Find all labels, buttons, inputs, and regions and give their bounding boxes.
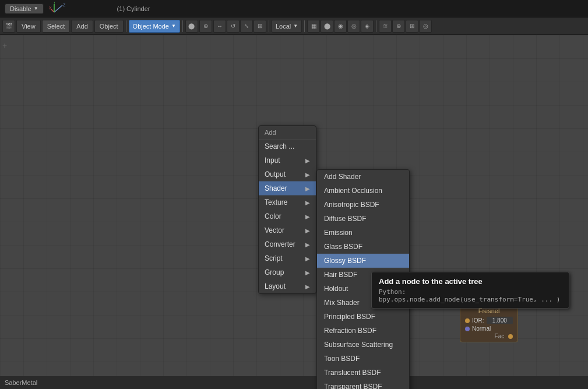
main-viewport[interactable]: + Add Search ... Input ▶ Output ▶ Shader… bbox=[0, 35, 588, 389]
arrow-color: ▶ bbox=[305, 213, 310, 220]
tooltip-code: Python: bpy.ops.node.add_node(use_transf… bbox=[379, 288, 562, 303]
separator3 bbox=[269, 20, 269, 32]
shader-item-diffuse-bsdf[interactable]: Diffuse BSDF bbox=[317, 212, 409, 226]
select-button[interactable]: Select bbox=[42, 20, 71, 33]
wireframe-icon[interactable]: ▦ bbox=[307, 20, 320, 33]
transform-icon[interactable]: ⊞ bbox=[253, 20, 266, 33]
separator5 bbox=[376, 20, 376, 32]
menu-item-output[interactable]: Output ▶ bbox=[259, 167, 316, 181]
mode-select[interactable]: Object Mode bbox=[129, 20, 180, 33]
gizmo-icon[interactable]: ⊛ bbox=[392, 20, 405, 33]
shader-item-principled-bsdf[interactable]: Principled BSDF bbox=[317, 310, 409, 324]
menu-item-search[interactable]: Search ... bbox=[259, 139, 316, 153]
arrow-output: ▶ bbox=[305, 171, 310, 178]
shader-item-anisotropic-bsdf[interactable]: Anisotropic BSDF bbox=[317, 198, 409, 212]
arrow-input: ▶ bbox=[305, 157, 310, 164]
menu-item-input[interactable]: Input ▶ bbox=[259, 153, 316, 167]
add-button[interactable]: Add bbox=[71, 20, 93, 33]
solid-icon[interactable]: ⬤ bbox=[321, 20, 333, 33]
shader-item-glossy-bsdf[interactable]: Glossy BSDF bbox=[317, 254, 409, 268]
arrow-texture: ▶ bbox=[305, 199, 310, 206]
add-menu-title: Add bbox=[259, 126, 316, 139]
status-label: SaberMetal bbox=[5, 379, 37, 386]
transform-icons: ↔ ↺ ⤡ ⊞ bbox=[213, 20, 266, 33]
ior-value[interactable]: 1.800 bbox=[487, 317, 513, 324]
object-button[interactable]: Object bbox=[94, 20, 124, 33]
move-icon[interactable]: ↔ bbox=[213, 20, 226, 33]
ior-label: IOR: bbox=[472, 317, 484, 324]
view-mode-icons: ▦ ⬤ ◉ ◎ ◈ bbox=[307, 20, 374, 33]
snap-grid-icon[interactable]: ⊞ bbox=[406, 20, 418, 33]
overlay-icon[interactable]: ≋ bbox=[379, 20, 392, 33]
shader-item-emission[interactable]: Emission bbox=[317, 226, 409, 240]
status-bar: SaberMetal bbox=[0, 376, 588, 389]
header-bar: 🎬 View Select Add Object Object Mode ⬤ ⊕… bbox=[0, 17, 588, 35]
arrow-vector: ▶ bbox=[305, 227, 310, 234]
shader-item-refraction-bsdf[interactable]: Refraction BSDF bbox=[317, 324, 409, 338]
svg-text:Y: Y bbox=[53, 2, 56, 4]
fac-dot bbox=[508, 334, 513, 339]
separator2 bbox=[182, 20, 183, 32]
shader-item-subsurface-scattering[interactable]: Subsurface Scattering bbox=[317, 338, 409, 352]
menu-item-vector[interactable]: Vector ▶ bbox=[259, 223, 316, 237]
rotate-icon[interactable]: ↺ bbox=[227, 20, 240, 33]
normal-label: Normal bbox=[472, 325, 491, 332]
rendered-icon[interactable]: ◈ bbox=[361, 20, 374, 33]
svg-text:X: X bbox=[49, 6, 52, 10]
shader-item-translucent-bsdf[interactable]: Translucent BSDF bbox=[317, 366, 409, 380]
separator1 bbox=[126, 20, 126, 32]
normal-dot bbox=[465, 327, 470, 331]
global-icon[interactable]: ⬤ bbox=[185, 20, 198, 33]
shader-item-glass-bsdf[interactable]: Glass BSDF bbox=[317, 240, 409, 254]
space-select[interactable]: Local bbox=[272, 20, 302, 33]
menu-item-shader[interactable]: Shader ▶ bbox=[259, 181, 316, 195]
menu-item-group[interactable]: Group ▶ bbox=[259, 265, 316, 279]
menu-item-converter[interactable]: Converter ▶ bbox=[259, 237, 316, 251]
arrow-shader: ▶ bbox=[305, 185, 310, 192]
separator4 bbox=[304, 20, 305, 32]
overlay-icons: ≋ ⊛ ⊞ ◎ bbox=[379, 20, 432, 33]
shader-item-ambient-occlusion[interactable]: Ambient Occlusion bbox=[317, 184, 409, 198]
node-normal-field: Normal bbox=[465, 325, 513, 332]
cylinder-label: (1) Cylinder bbox=[117, 5, 150, 12]
scene-icon[interactable]: 🎬 bbox=[2, 20, 15, 33]
svg-text:Z: Z bbox=[63, 3, 66, 7]
shader-item-transparent-bsdf[interactable]: Transparent BSDF bbox=[317, 380, 409, 389]
arrow-converter: ▶ bbox=[305, 241, 310, 248]
node-widget: Fresnel IOR: 1.800 Normal Fac bbox=[460, 304, 518, 342]
view-button[interactable]: View bbox=[16, 20, 41, 33]
menu-item-color[interactable]: Color ▶ bbox=[259, 209, 316, 223]
material-icon[interactable]: ◉ bbox=[334, 20, 347, 33]
snap-icon[interactable]: ⊕ bbox=[199, 20, 212, 33]
ior-dot bbox=[465, 318, 470, 323]
disable-button[interactable]: Disable bbox=[5, 3, 44, 14]
shader-item-add-shader[interactable]: Add Shader bbox=[317, 170, 409, 184]
tooltip: Add a node to the active tree Python: bp… bbox=[371, 272, 569, 309]
arrow-group: ▶ bbox=[305, 269, 310, 276]
scale-icon[interactable]: ⤡ bbox=[240, 20, 253, 33]
render-icon[interactable]: ◎ bbox=[347, 20, 360, 33]
top-bar: Disable Z X Y (1) Cylinder bbox=[0, 0, 588, 17]
tooltip-title: Add a node to the active tree bbox=[379, 277, 562, 286]
plus-icon[interactable]: + bbox=[2, 41, 7, 50]
add-menu: Add Search ... Input ▶ Output ▶ Shader ▶… bbox=[258, 125, 316, 294]
menu-item-texture[interactable]: Texture ▶ bbox=[259, 195, 316, 209]
arrow-layout: ▶ bbox=[305, 283, 310, 290]
menu-item-layout[interactable]: Layout ▶ bbox=[259, 279, 316, 293]
axis-indicator: Z X Y bbox=[48, 2, 66, 16]
menu-item-script[interactable]: Script ▶ bbox=[259, 251, 316, 265]
svg-line-0 bbox=[54, 5, 62, 12]
arrow-script: ▶ bbox=[305, 255, 310, 262]
proportional-icon[interactable]: ◎ bbox=[419, 20, 432, 33]
node-ior-field: IOR: 1.800 bbox=[465, 317, 513, 324]
shader-item-toon-bsdf[interactable]: Toon BSDF bbox=[317, 352, 409, 366]
fac-label: Fac bbox=[495, 333, 505, 339]
